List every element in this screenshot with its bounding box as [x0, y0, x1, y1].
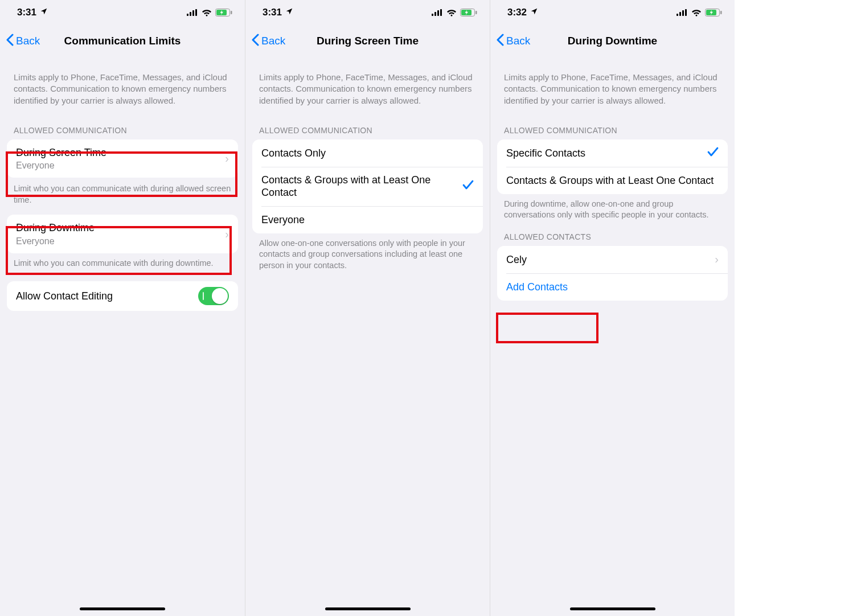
svg-rect-9 [437, 10, 439, 16]
option-label: Contacts Only [261, 147, 474, 160]
location-icon [530, 7, 538, 18]
screen-during-downtime: 3:32 Back During Downtime Limits [490, 0, 735, 616]
page-title: During Downtime [568, 35, 657, 47]
footer-screen-time: Limit who you can communicate with durin… [0, 179, 245, 206]
home-indicator [570, 607, 655, 610]
battery-icon [460, 9, 477, 17]
back-button[interactable]: Back [496, 33, 530, 49]
svg-rect-1 [190, 12, 191, 16]
chevron-left-icon [251, 33, 259, 49]
home-indicator [325, 607, 411, 610]
status-bar: 3:32 [490, 0, 735, 25]
option-label: Specific Contacts [506, 147, 707, 160]
chevron-right-icon: › [225, 228, 229, 241]
intro-text: Limits apply to Phone, FaceTime, Message… [0, 57, 245, 114]
svg-rect-0 [187, 14, 188, 16]
screen-communication-limits: 3:31 Back Communication Limits L [0, 0, 245, 616]
option-specific-contacts[interactable]: Specific Contacts [497, 139, 728, 167]
footer: Allow one-on-one conversations only with… [245, 233, 490, 272]
page-title: During Screen Time [317, 35, 419, 47]
status-time: 3:32 [507, 7, 527, 18]
option-label: Contacts & Groups with at Least One Cont… [261, 174, 462, 199]
check-icon [462, 179, 474, 194]
row-title: Allow Contact Editing [16, 290, 198, 303]
home-indicator [80, 607, 165, 610]
option-label: Contacts & Groups with at Least One Cont… [506, 174, 719, 187]
svg-rect-3 [195, 9, 197, 16]
svg-rect-7 [432, 14, 433, 16]
chevron-left-icon [496, 33, 504, 49]
svg-rect-13 [475, 11, 477, 14]
battery-icon [705, 9, 722, 17]
svg-rect-6 [231, 11, 232, 14]
wifi-icon [202, 9, 212, 17]
location-icon [285, 7, 293, 18]
nav-bar: Back During Screen Time [245, 25, 490, 57]
option-contacts-groups[interactable]: Contacts & Groups with at Least One Cont… [497, 167, 728, 194]
intro-text: Limits apply to Phone, FaceTime, Message… [245, 57, 490, 114]
wifi-icon [691, 9, 702, 17]
row-during-screen-time[interactable]: During Screen Time Everyone › [7, 139, 238, 178]
group-during-downtime: During Downtime Everyone › [7, 215, 238, 253]
section-header-allowed: ALLOWED COMMUNICATION [0, 114, 245, 139]
chevron-right-icon: › [225, 152, 229, 165]
row-subtitle: Everyone [16, 161, 225, 171]
status-bar: 3:31 [0, 0, 245, 25]
battery-icon [215, 9, 232, 17]
footer: During downtime, allow one-on-one and gr… [490, 194, 735, 221]
check-icon [707, 146, 719, 161]
wifi-icon [446, 9, 457, 17]
highlight-box [496, 313, 598, 343]
svg-rect-14 [676, 14, 678, 16]
back-button[interactable]: Back [6, 33, 40, 49]
page-title: Communication Limits [64, 35, 181, 47]
option-label: Everyone [261, 213, 474, 227]
section-header-allowed: ALLOWED COMMUNICATION [490, 114, 735, 139]
back-label: Back [261, 35, 285, 47]
cellular-icon [187, 9, 198, 16]
status-time: 3:31 [17, 7, 36, 18]
option-everyone[interactable]: Everyone [252, 206, 483, 233]
section-header-contacts: ALLOWED CONTACTS [490, 221, 735, 246]
footer-downtime: Limit who you can communicate with durin… [0, 253, 245, 269]
svg-rect-16 [682, 10, 684, 16]
add-contacts-button[interactable]: Add Contacts [497, 273, 728, 301]
svg-rect-10 [440, 9, 442, 16]
svg-rect-20 [720, 11, 722, 14]
row-allow-contact-editing[interactable]: Allow Contact Editing [7, 281, 238, 311]
group-options: Contacts Only Contacts & Groups with at … [252, 139, 483, 233]
svg-rect-2 [192, 10, 194, 16]
status-time: 3:31 [263, 7, 282, 18]
nav-bar: Back Communication Limits [0, 25, 245, 57]
chevron-right-icon: › [715, 253, 719, 266]
nav-bar: Back During Downtime [490, 25, 735, 57]
option-contacts-groups[interactable]: Contacts & Groups with at Least One Cont… [252, 167, 483, 206]
add-contacts-label: Add Contacts [506, 281, 719, 294]
chevron-left-icon [6, 33, 14, 49]
toggle-allow-contact-editing[interactable] [198, 287, 229, 305]
cellular-icon [676, 9, 688, 16]
screen-during-screen-time: 3:31 Back During Screen Time Lim [245, 0, 490, 616]
option-contacts-only[interactable]: Contacts Only [252, 139, 483, 167]
row-subtitle: Everyone [16, 236, 225, 247]
section-header-allowed: ALLOWED COMMUNICATION [245, 114, 490, 139]
group-during-screen-time: During Screen Time Everyone › [7, 139, 238, 178]
status-bar: 3:31 [245, 0, 490, 25]
location-icon [40, 7, 48, 18]
row-title: During Downtime [16, 221, 225, 235]
cellular-icon [432, 9, 443, 16]
svg-rect-15 [679, 12, 681, 16]
group-allowed-contacts: Cely › Add Contacts [497, 246, 728, 301]
back-label: Back [16, 35, 40, 47]
back-button[interactable]: Back [251, 33, 285, 49]
row-title: During Screen Time [16, 146, 225, 159]
contact-name: Cely [506, 253, 715, 266]
row-during-downtime[interactable]: During Downtime Everyone › [7, 215, 238, 253]
svg-rect-17 [685, 9, 687, 16]
intro-text: Limits apply to Phone, FaceTime, Message… [490, 57, 735, 114]
contact-row-cely[interactable]: Cely › [497, 246, 728, 273]
back-label: Back [506, 35, 530, 47]
group-contact-editing: Allow Contact Editing [7, 281, 238, 311]
group-options: Specific Contacts Contacts & Groups with… [497, 139, 728, 194]
svg-rect-8 [434, 12, 436, 16]
